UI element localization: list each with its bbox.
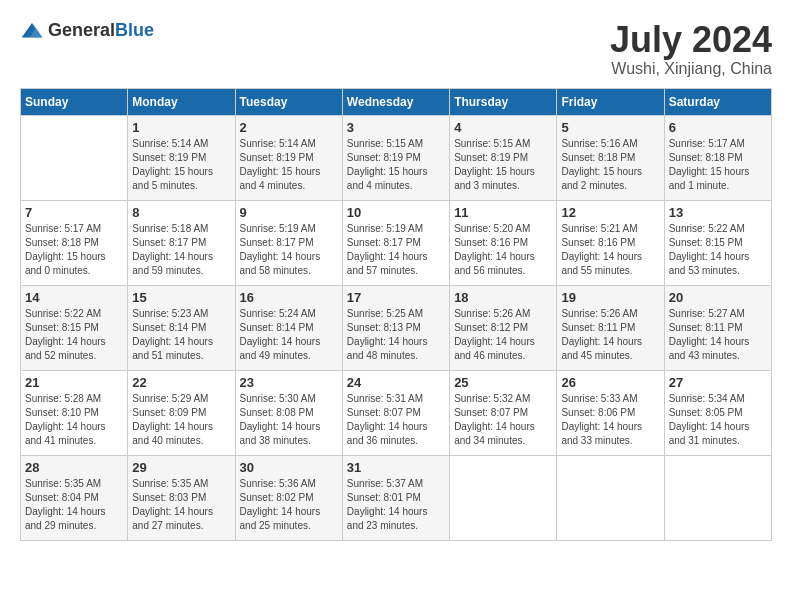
page-header: GeneralBlue July 2024 Wushi, Xinjiang, C…: [20, 20, 772, 78]
day-info: Sunrise: 5:23 AM Sunset: 8:14 PM Dayligh…: [132, 307, 230, 363]
calendar-cell: 23Sunrise: 5:30 AM Sunset: 8:08 PM Dayli…: [235, 370, 342, 455]
calendar-cell: 6Sunrise: 5:17 AM Sunset: 8:18 PM Daylig…: [664, 115, 771, 200]
calendar-cell: 22Sunrise: 5:29 AM Sunset: 8:09 PM Dayli…: [128, 370, 235, 455]
day-number: 22: [132, 375, 230, 390]
day-info: Sunrise: 5:14 AM Sunset: 8:19 PM Dayligh…: [132, 137, 230, 193]
day-number: 10: [347, 205, 445, 220]
day-info: Sunrise: 5:25 AM Sunset: 8:13 PM Dayligh…: [347, 307, 445, 363]
weekday-header: Saturday: [664, 88, 771, 115]
day-number: 14: [25, 290, 123, 305]
day-number: 19: [561, 290, 659, 305]
day-info: Sunrise: 5:37 AM Sunset: 8:01 PM Dayligh…: [347, 477, 445, 533]
calendar-cell: 24Sunrise: 5:31 AM Sunset: 8:07 PM Dayli…: [342, 370, 449, 455]
day-number: 6: [669, 120, 767, 135]
calendar-cell: [557, 455, 664, 540]
day-info: Sunrise: 5:18 AM Sunset: 8:17 PM Dayligh…: [132, 222, 230, 278]
day-info: Sunrise: 5:33 AM Sunset: 8:06 PM Dayligh…: [561, 392, 659, 448]
weekday-header: Tuesday: [235, 88, 342, 115]
day-number: 13: [669, 205, 767, 220]
calendar-cell: 10Sunrise: 5:19 AM Sunset: 8:17 PM Dayli…: [342, 200, 449, 285]
day-info: Sunrise: 5:20 AM Sunset: 8:16 PM Dayligh…: [454, 222, 552, 278]
logo-blue: Blue: [115, 20, 154, 40]
day-number: 11: [454, 205, 552, 220]
day-number: 16: [240, 290, 338, 305]
logo-general: General: [48, 20, 115, 40]
calendar-cell: 5Sunrise: 5:16 AM Sunset: 8:18 PM Daylig…: [557, 115, 664, 200]
day-number: 3: [347, 120, 445, 135]
day-info: Sunrise: 5:36 AM Sunset: 8:02 PM Dayligh…: [240, 477, 338, 533]
day-info: Sunrise: 5:15 AM Sunset: 8:19 PM Dayligh…: [347, 137, 445, 193]
day-number: 26: [561, 375, 659, 390]
day-number: 21: [25, 375, 123, 390]
weekday-header: Wednesday: [342, 88, 449, 115]
month-title: July 2024: [610, 20, 772, 60]
day-info: Sunrise: 5:17 AM Sunset: 8:18 PM Dayligh…: [25, 222, 123, 278]
weekday-header-row: SundayMondayTuesdayWednesdayThursdayFrid…: [21, 88, 772, 115]
calendar-cell: 19Sunrise: 5:26 AM Sunset: 8:11 PM Dayli…: [557, 285, 664, 370]
day-number: 20: [669, 290, 767, 305]
day-number: 27: [669, 375, 767, 390]
calendar-week-row: 1Sunrise: 5:14 AM Sunset: 8:19 PM Daylig…: [21, 115, 772, 200]
weekday-header: Monday: [128, 88, 235, 115]
calendar-cell: [21, 115, 128, 200]
calendar-cell: 7Sunrise: 5:17 AM Sunset: 8:18 PM Daylig…: [21, 200, 128, 285]
calendar-week-row: 7Sunrise: 5:17 AM Sunset: 8:18 PM Daylig…: [21, 200, 772, 285]
day-info: Sunrise: 5:27 AM Sunset: 8:11 PM Dayligh…: [669, 307, 767, 363]
weekday-header: Friday: [557, 88, 664, 115]
calendar-cell: 17Sunrise: 5:25 AM Sunset: 8:13 PM Dayli…: [342, 285, 449, 370]
day-info: Sunrise: 5:26 AM Sunset: 8:12 PM Dayligh…: [454, 307, 552, 363]
calendar-cell: 12Sunrise: 5:21 AM Sunset: 8:16 PM Dayli…: [557, 200, 664, 285]
calendar-cell: 31Sunrise: 5:37 AM Sunset: 8:01 PM Dayli…: [342, 455, 449, 540]
calendar-cell: 25Sunrise: 5:32 AM Sunset: 8:07 PM Dayli…: [450, 370, 557, 455]
day-info: Sunrise: 5:16 AM Sunset: 8:18 PM Dayligh…: [561, 137, 659, 193]
day-number: 30: [240, 460, 338, 475]
day-number: 28: [25, 460, 123, 475]
day-number: 8: [132, 205, 230, 220]
calendar-cell: 8Sunrise: 5:18 AM Sunset: 8:17 PM Daylig…: [128, 200, 235, 285]
day-info: Sunrise: 5:19 AM Sunset: 8:17 PM Dayligh…: [347, 222, 445, 278]
day-info: Sunrise: 5:32 AM Sunset: 8:07 PM Dayligh…: [454, 392, 552, 448]
title-block: July 2024 Wushi, Xinjiang, China: [610, 20, 772, 78]
day-info: Sunrise: 5:22 AM Sunset: 8:15 PM Dayligh…: [25, 307, 123, 363]
day-number: 15: [132, 290, 230, 305]
calendar-cell: 20Sunrise: 5:27 AM Sunset: 8:11 PM Dayli…: [664, 285, 771, 370]
day-number: 23: [240, 375, 338, 390]
day-number: 31: [347, 460, 445, 475]
day-info: Sunrise: 5:21 AM Sunset: 8:16 PM Dayligh…: [561, 222, 659, 278]
day-number: 7: [25, 205, 123, 220]
calendar-cell: 4Sunrise: 5:15 AM Sunset: 8:19 PM Daylig…: [450, 115, 557, 200]
calendar-cell: 13Sunrise: 5:22 AM Sunset: 8:15 PM Dayli…: [664, 200, 771, 285]
weekday-header: Sunday: [21, 88, 128, 115]
calendar-cell: 16Sunrise: 5:24 AM Sunset: 8:14 PM Dayli…: [235, 285, 342, 370]
calendar-table: SundayMondayTuesdayWednesdayThursdayFrid…: [20, 88, 772, 541]
calendar-cell: 26Sunrise: 5:33 AM Sunset: 8:06 PM Dayli…: [557, 370, 664, 455]
location-title: Wushi, Xinjiang, China: [610, 60, 772, 78]
calendar-cell: [450, 455, 557, 540]
calendar-week-row: 14Sunrise: 5:22 AM Sunset: 8:15 PM Dayli…: [21, 285, 772, 370]
logo: GeneralBlue: [20, 20, 154, 41]
day-number: 29: [132, 460, 230, 475]
calendar-cell: 15Sunrise: 5:23 AM Sunset: 8:14 PM Dayli…: [128, 285, 235, 370]
day-info: Sunrise: 5:30 AM Sunset: 8:08 PM Dayligh…: [240, 392, 338, 448]
logo-icon: [20, 21, 44, 41]
day-info: Sunrise: 5:17 AM Sunset: 8:18 PM Dayligh…: [669, 137, 767, 193]
day-info: Sunrise: 5:34 AM Sunset: 8:05 PM Dayligh…: [669, 392, 767, 448]
calendar-week-row: 28Sunrise: 5:35 AM Sunset: 8:04 PM Dayli…: [21, 455, 772, 540]
calendar-cell: 27Sunrise: 5:34 AM Sunset: 8:05 PM Dayli…: [664, 370, 771, 455]
day-number: 4: [454, 120, 552, 135]
calendar-cell: 11Sunrise: 5:20 AM Sunset: 8:16 PM Dayli…: [450, 200, 557, 285]
day-number: 9: [240, 205, 338, 220]
day-number: 17: [347, 290, 445, 305]
day-info: Sunrise: 5:35 AM Sunset: 8:03 PM Dayligh…: [132, 477, 230, 533]
weekday-header: Thursday: [450, 88, 557, 115]
calendar-cell: 21Sunrise: 5:28 AM Sunset: 8:10 PM Dayli…: [21, 370, 128, 455]
calendar-cell: 18Sunrise: 5:26 AM Sunset: 8:12 PM Dayli…: [450, 285, 557, 370]
day-info: Sunrise: 5:26 AM Sunset: 8:11 PM Dayligh…: [561, 307, 659, 363]
day-number: 2: [240, 120, 338, 135]
day-info: Sunrise: 5:31 AM Sunset: 8:07 PM Dayligh…: [347, 392, 445, 448]
day-number: 1: [132, 120, 230, 135]
day-number: 12: [561, 205, 659, 220]
calendar-cell: 9Sunrise: 5:19 AM Sunset: 8:17 PM Daylig…: [235, 200, 342, 285]
calendar-cell: 3Sunrise: 5:15 AM Sunset: 8:19 PM Daylig…: [342, 115, 449, 200]
calendar-cell: 14Sunrise: 5:22 AM Sunset: 8:15 PM Dayli…: [21, 285, 128, 370]
